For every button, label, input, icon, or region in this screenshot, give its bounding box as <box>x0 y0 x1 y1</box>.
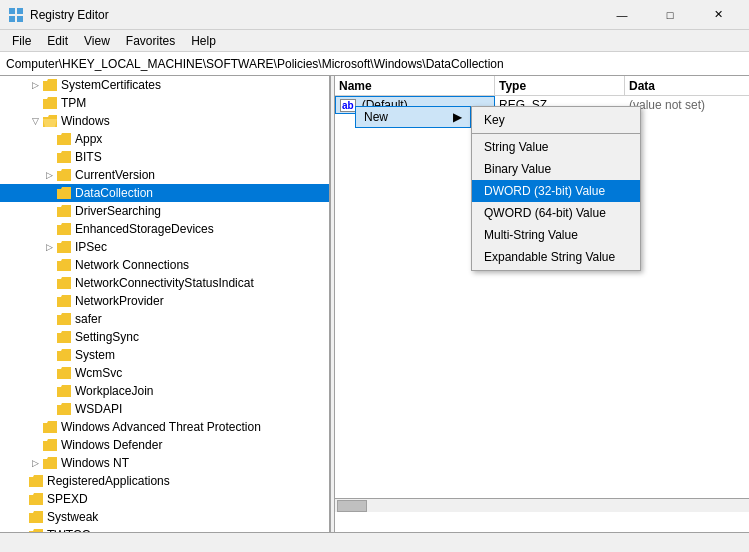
submenu-item-expandable-string-value[interactable]: Expandable String Value <box>472 246 640 268</box>
submenu-item-key[interactable]: Key <box>472 109 640 131</box>
folder-icon <box>28 492 44 506</box>
tree-label: safer <box>75 312 102 326</box>
folder-icon <box>56 276 72 290</box>
submenu-item-string-value[interactable]: String Value <box>472 136 640 158</box>
expander-icon <box>28 96 42 110</box>
tree-item-IPSec[interactable]: ▷ IPSec <box>0 238 329 256</box>
folder-icon <box>56 330 72 344</box>
expander-icon <box>28 420 42 434</box>
tree-item-TPM[interactable]: TPM <box>0 94 329 112</box>
close-button[interactable]: ✕ <box>695 0 741 30</box>
submenu-item-qword-value[interactable]: QWORD (64-bit) Value <box>472 202 640 224</box>
tree-item-EnhancedStorageDevices[interactable]: EnhancedStorageDevices <box>0 220 329 238</box>
expander-icon <box>42 204 56 218</box>
tree-label: TPM <box>61 96 86 110</box>
tree-item-safer[interactable]: safer <box>0 310 329 328</box>
status-bar <box>0 532 749 552</box>
tree-label: System <box>75 348 115 362</box>
folder-icon <box>28 474 44 488</box>
tree-item-System[interactable]: System <box>0 346 329 364</box>
expander-icon <box>42 150 56 164</box>
tree-item-Appx[interactable]: Appx <box>0 130 329 148</box>
folder-icon <box>42 78 58 92</box>
maximize-button[interactable]: □ <box>647 0 693 30</box>
expander-icon <box>42 330 56 344</box>
minimize-button[interactable]: — <box>599 0 645 30</box>
menu-file[interactable]: File <box>4 32 39 50</box>
tree-item-WorkplaceJoin[interactable]: WorkplaceJoin <box>0 382 329 400</box>
tree-item-WSDAPI[interactable]: WSDAPI <box>0 400 329 418</box>
menu-help[interactable]: Help <box>183 32 224 50</box>
svg-rect-1 <box>17 8 23 14</box>
folder-icon <box>56 348 72 362</box>
tree-item-RegisteredApplications[interactable]: RegisteredApplications <box>0 472 329 490</box>
folder-icon <box>42 96 58 110</box>
scroll-thumb[interactable] <box>337 500 367 512</box>
tree-label: DriverSearching <box>75 204 161 218</box>
submenu-item-multi-string-value[interactable]: Multi-String Value <box>472 224 640 246</box>
context-menu-new[interactable]: New ▶ <box>355 106 471 128</box>
expander-icon <box>42 312 56 326</box>
title-bar: Registry Editor — □ ✕ <box>0 0 749 30</box>
tree-item-NetworkConnectivityStatusIndicat[interactable]: NetworkConnectivityStatusIndicat <box>0 274 329 292</box>
folder-icon <box>42 420 58 434</box>
col-header-data: Data <box>625 76 749 95</box>
expander-icon <box>14 510 28 524</box>
expander-icon <box>42 366 56 380</box>
tree-item-NetworkConnections[interactable]: Network Connections <box>0 256 329 274</box>
menu-edit[interactable]: Edit <box>39 32 76 50</box>
tree-label: BITS <box>75 150 102 164</box>
expander-icon <box>42 258 56 272</box>
expander-icon <box>28 438 42 452</box>
tree-item-WcmSvc[interactable]: WcmSvc <box>0 364 329 382</box>
tree-item-WindowsATP[interactable]: Windows Advanced Threat Protection <box>0 418 329 436</box>
expander-icon <box>14 492 28 506</box>
menu-view[interactable]: View <box>76 32 118 50</box>
folder-icon <box>56 168 72 182</box>
tree-label: CurrentVersion <box>75 168 155 182</box>
expander-icon <box>42 348 56 362</box>
tree-item-SPEXD[interactable]: SPEXD <box>0 490 329 508</box>
svg-rect-3 <box>17 16 23 22</box>
tree-item-Systweak[interactable]: Systweak <box>0 508 329 526</box>
svg-rect-2 <box>9 16 15 22</box>
expander-icon <box>42 276 56 290</box>
new-label: New <box>364 110 388 124</box>
tree-label: RegisteredApplications <box>47 474 170 488</box>
tree-label: Network Connections <box>75 258 189 272</box>
tree-item-NetworkProvider[interactable]: NetworkProvider <box>0 292 329 310</box>
folder-icon <box>56 204 72 218</box>
expander-icon: ▷ <box>28 78 42 92</box>
folder-icon <box>56 294 72 308</box>
tree-item-WindowsNT[interactable]: ▷ Windows NT <box>0 454 329 472</box>
tree-item-SystemCertificates[interactable]: ▷ SystemCertificates <box>0 76 329 94</box>
context-menu-overlay: New ▶ Key String Value Bina <box>355 106 471 128</box>
tree-label: SPEXD <box>47 492 88 506</box>
tree-item-Windows[interactable]: ▽ Windows <box>0 112 329 130</box>
menu-favorites[interactable]: Favorites <box>118 32 183 50</box>
submenu-item-dword-value[interactable]: DWORD (32-bit) Value <box>472 180 640 202</box>
tree-item-BITS[interactable]: BITS <box>0 148 329 166</box>
tree-item-DataCollection[interactable]: DataCollection <box>0 184 329 202</box>
folder-icon <box>56 402 72 416</box>
submenu-item-binary-value[interactable]: Binary Value <box>472 158 640 180</box>
folder-icon <box>56 258 72 272</box>
right-panel: Name Type Data ab (Default) REG_SZ (valu… <box>335 76 749 532</box>
expander-icon: ▽ <box>28 114 42 128</box>
tree-label: NetworkConnectivityStatusIndicat <box>75 276 254 290</box>
address-path: Computer\HKEY_LOCAL_MACHINE\SOFTWARE\Pol… <box>6 57 504 71</box>
tree-item-SettingSync[interactable]: SettingSync <box>0 328 329 346</box>
tree-item-CurrentVersion[interactable]: ▷ CurrentVersion <box>0 166 329 184</box>
address-bar: Computer\HKEY_LOCAL_MACHINE\SOFTWARE\Pol… <box>0 52 749 76</box>
main-content: ▷ SystemCertificates TPM ▽ W <box>0 76 749 532</box>
tree-item-DriverSearching[interactable]: DriverSearching <box>0 202 329 220</box>
folder-icon <box>56 240 72 254</box>
submenu-new: Key String Value Binary Value DWORD (32-… <box>471 106 641 271</box>
tree-item-WindowsDefender[interactable]: Windows Defender <box>0 436 329 454</box>
tree-label: DataCollection <box>75 186 153 200</box>
expander-icon <box>42 294 56 308</box>
tree-scroll[interactable]: ▷ SystemCertificates TPM ▽ W <box>0 76 329 532</box>
expander-icon: ▷ <box>42 240 56 254</box>
horizontal-scrollbar[interactable] <box>335 498 749 512</box>
expander-icon <box>42 186 56 200</box>
